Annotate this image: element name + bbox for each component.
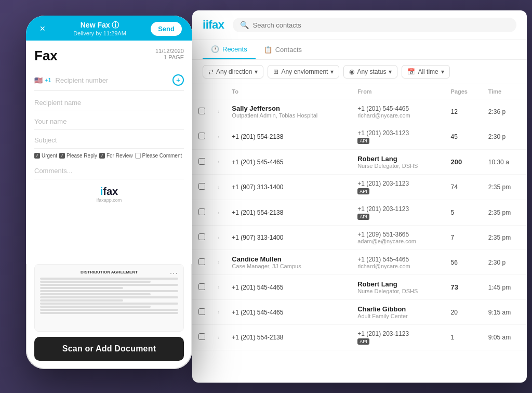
document-preview: ··· DISTRIBUTION AGREEMENT — [34, 264, 184, 332]
time-value: 2:36 p — [488, 108, 506, 115]
row-to: +1 (201) 554-2138 — [225, 124, 351, 150]
pages-value: 12 — [451, 108, 458, 115]
row-pages: 200 — [445, 150, 482, 175]
pages-value: 200 — [451, 158, 462, 166]
pages-value: 74 — [451, 184, 458, 191]
subject-field[interactable]: Subject — [34, 132, 184, 149]
checkbox-please-comment[interactable]: Please Comment — [135, 153, 182, 159]
pages-value: 73 — [451, 283, 458, 291]
please-comment-check-icon — [135, 153, 141, 159]
tab-contacts[interactable]: 📋 Contacts — [256, 40, 310, 59]
row-from: +1 (201) 203-1123 API — [351, 175, 444, 200]
table-row: › Sally Jefferson Outpatient Admin, Tobi… — [192, 99, 527, 124]
col-pages: Pages — [445, 84, 482, 99]
row-checkbox[interactable] — [198, 233, 205, 240]
row-time: 2:36 p — [482, 99, 527, 124]
phone-title: New Fax ⓘ — [73, 21, 126, 30]
pages-value: 1 — [451, 334, 455, 341]
col-from: From — [351, 84, 444, 99]
row-checkbox[interactable] — [198, 308, 205, 315]
send-button[interactable]: Send — [151, 22, 182, 36]
contacts-icon: 📋 — [264, 46, 272, 54]
row-from: Robert Lang Nurse Delegator, DSHS — [351, 275, 444, 300]
to-number: +1 (907) 313-1400 — [232, 184, 345, 191]
pages-value: 45 — [451, 133, 458, 140]
document-lines — [40, 278, 178, 314]
your-name-field[interactable]: Your name — [34, 113, 184, 130]
phone-title-area: New Fax ⓘ Delivery by 11:29AM — [73, 21, 126, 36]
clock-icon: 🕐 — [211, 45, 219, 53]
row-checkbox[interactable] — [198, 333, 205, 340]
search-icon: 🔍 — [240, 21, 249, 29]
doc-line — [40, 281, 151, 283]
doc-line — [40, 299, 123, 302]
row-to: +1 (907) 313-1400 — [225, 226, 351, 250]
checkbox-please-reply[interactable]: ✓ Please Reply — [59, 153, 97, 159]
comments-field[interactable]: Comments... — [34, 163, 184, 179]
row-from: +1 (201) 203-1123 API — [351, 325, 444, 350]
from-number: +1 (201) 545-4465 — [357, 256, 438, 263]
row-checkbox-cell — [192, 175, 211, 200]
calendar-icon: 📅 — [407, 68, 415, 75]
table-row: › +1 (907) 313-1400 +1 (209) 551-3665 ad… — [192, 226, 527, 250]
filter-status[interactable]: ◉ Any status ▾ — [343, 65, 397, 78]
search-bar[interactable]: 🔍 — [233, 18, 516, 32]
from-number: +1 (201) 203-1123 — [357, 129, 438, 137]
checkboxes-row: ✓ Urgent ✓ Please Reply ✓ For Review Ple… — [34, 153, 184, 159]
comments-placeholder: Comments... — [34, 167, 73, 175]
from-number: +1 (201) 203-1123 — [357, 205, 438, 213]
time-value: 2:30 p — [488, 259, 506, 266]
recipient-name-field[interactable]: Recipient name — [34, 95, 184, 111]
row-checkbox[interactable] — [198, 108, 205, 114]
tab-recents[interactable]: 🕐 Recents — [203, 40, 256, 59]
table-header-row: To From Pages Time — [192, 84, 527, 99]
row-checkbox[interactable] — [198, 133, 205, 139]
from-contact-name: Robert Lang — [357, 280, 438, 288]
doc-line — [40, 290, 178, 292]
from-number: +1 (201) 203-1123 — [357, 330, 438, 337]
row-checkbox[interactable] — [198, 183, 205, 190]
row-arrow: › — [211, 175, 225, 200]
row-arrow: › — [211, 250, 225, 275]
time-value: 9:05 am — [488, 334, 511, 341]
flag-icon: 🇺🇸 — [34, 76, 43, 84]
row-checkbox[interactable] — [198, 283, 205, 290]
filter-direction[interactable]: ⇄ Any direction ▾ — [203, 65, 263, 78]
row-to: +1 (201) 554-2138 — [225, 325, 351, 350]
scan-add-document-button[interactable]: Scan or Add Document — [34, 337, 184, 361]
row-checkbox[interactable] — [198, 158, 205, 165]
fax-table: To From Pages Time › Sally Jefferson Out… — [192, 84, 527, 350]
desktop-header: iifax 🔍 — [192, 10, 527, 40]
filter-environment[interactable]: ⊞ Any enviornment ▾ — [268, 65, 339, 78]
filters-row: ⇄ Any direction ▾ ⊞ Any enviornment ▾ ◉ … — [192, 60, 527, 84]
from-sub: richard@nycare.com — [357, 112, 438, 119]
doc-line — [40, 287, 123, 289]
table-row: › +1 (201) 545-4465 Robert Lang Nurse De… — [192, 150, 527, 175]
col-checkbox — [192, 84, 211, 99]
document-title: DISTRIBUTION AGREEMENT — [40, 270, 178, 274]
checkbox-for-review[interactable]: ✓ For Review — [99, 153, 133, 159]
row-time: 9:15 am — [482, 300, 527, 325]
table-row: › Candice Mullen Case Manager, 3J Campus… — [192, 250, 527, 275]
row-pages: 7 — [445, 226, 482, 250]
doc-line — [40, 306, 151, 308]
col-to: To — [225, 84, 351, 99]
doc-line — [40, 278, 178, 280]
row-checkbox[interactable] — [198, 258, 205, 265]
row-time: 1:45 pm — [482, 275, 527, 300]
search-input[interactable] — [253, 21, 509, 29]
row-pages: 20 — [445, 300, 482, 325]
row-time: 2:35 pm — [482, 200, 527, 226]
document-options[interactable]: ··· — [170, 269, 178, 278]
filter-time[interactable]: 📅 All time ▾ — [402, 65, 449, 78]
ifax-logo-watermark: ifax ifaxapp.com — [34, 186, 184, 203]
row-pages: 1 — [445, 325, 482, 350]
for-review-check-icon: ✓ — [99, 153, 105, 159]
row-arrow: › — [211, 226, 225, 250]
row-checkbox[interactable] — [198, 208, 205, 215]
from-number: +1 (209) 551-3665 — [357, 231, 438, 238]
checkbox-urgent[interactable]: ✓ Urgent — [34, 153, 57, 159]
close-button[interactable]: ✕ — [36, 22, 49, 35]
mobile-phone: ✕ New Fax ⓘ Delivery by 11:29AM Send Fax… — [26, 16, 192, 369]
add-recipient-button[interactable]: + — [172, 74, 184, 86]
